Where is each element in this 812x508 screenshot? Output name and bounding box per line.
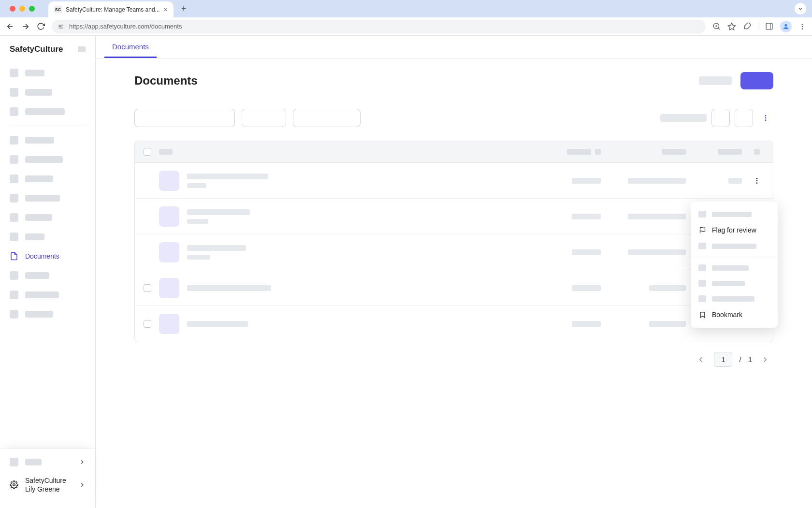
browser-chrome: SC SafetyCulture: Manage Teams and... × … [0,0,812,17]
menu-item[interactable] [691,260,778,276]
profile-avatar[interactable] [780,21,792,32]
table-row[interactable]: Flag for review Bookmark [135,163,773,199]
menu-item[interactable] [691,206,778,222]
row-actions-button[interactable] [750,177,764,185]
close-window-button[interactable] [10,6,15,12]
menu-item-flag-for-review[interactable]: Flag for review [691,222,778,238]
prev-page-button[interactable] [695,353,707,366]
total-pages: 1 [748,355,752,363]
svg-point-17 [765,115,767,116]
sidebar-collapse-button[interactable] [78,46,86,52]
view-toggle-button[interactable] [735,109,753,127]
sidebar-divider [10,126,86,126]
sidebar-item[interactable] [6,84,89,101]
svg-point-21 [756,180,758,181]
svg-point-12 [784,24,787,26]
svg-line-6 [718,28,720,29]
sidebar-item[interactable] [6,287,89,303]
document-name-cell [187,245,545,260]
tabs-bar: Documents [96,36,812,58]
sidebar-item[interactable] [6,190,89,206]
svg-marker-9 [728,23,736,29]
menu-item-bookmark[interactable]: Bookmark [691,306,778,323]
document-name-cell [187,174,545,188]
view-toggle-button[interactable] [711,109,730,127]
zoom-icon[interactable] [712,22,721,30]
divider [758,22,758,31]
menu-item[interactable] [691,238,778,254]
sidebar-item[interactable] [6,229,89,245]
side-panel-icon[interactable] [765,22,773,30]
table-row[interactable] [135,234,773,270]
extensions-icon[interactable] [743,22,751,30]
search-input[interactable] [134,109,235,127]
table-row[interactable] [135,270,773,306]
document-thumbnail [159,314,179,334]
svg-rect-3 [58,26,61,27]
app-container: SafetyCulture Documents [0,36,812,508]
sidebar-item[interactable] [6,171,89,187]
sidebar-item[interactable] [6,209,89,226]
svg-point-20 [756,178,758,179]
row-checkbox[interactable] [144,320,151,328]
close-tab-icon[interactable]: × [164,6,168,14]
app-name: SafetyCulture [10,44,63,54]
document-name-cell [187,209,545,224]
current-page-input[interactable]: 1 [714,352,732,367]
sidebar-item-documents[interactable]: Documents [6,248,89,264]
maximize-window-button[interactable] [29,6,35,12]
bookmark-icon [698,311,706,319]
tab-title: SafetyCulture: Manage Teams and... [66,6,160,13]
menu-item[interactable] [691,276,778,291]
back-button[interactable] [6,22,14,31]
svg-point-18 [765,117,767,119]
sidebar-item[interactable] [6,65,89,81]
svg-point-14 [802,26,803,27]
site-info-icon[interactable] [58,23,64,30]
sidebar-footer: SafetyCulture Lily Greene [0,449,95,508]
browser-tab[interactable]: SC SafetyCulture: Manage Teams and... × [48,1,174,18]
chrome-menu-icon[interactable] [798,23,806,30]
select-all-checkbox[interactable] [144,148,151,156]
sidebar-item[interactable] [6,267,89,284]
secondary-action-button[interactable] [699,76,732,85]
chevron-right-icon [79,481,86,488]
forward-button[interactable] [21,22,30,31]
svg-point-13 [802,24,803,25]
row-checkbox[interactable] [144,284,151,292]
filters-right [660,109,773,127]
footer-account-text: SafetyCulture Lily Greene [25,476,66,493]
new-tab-button[interactable]: + [177,4,190,14]
menu-divider [691,257,778,257]
browser-toolbar: https://app.safetyculture.com/documents [0,17,812,36]
sidebar-item[interactable] [6,151,89,168]
sidebar-item[interactable] [6,306,89,322]
column-header[interactable] [159,149,173,155]
next-page-button[interactable] [759,353,771,366]
filter-input[interactable] [242,109,286,127]
summary-text [660,114,707,122]
table-row[interactable] [135,199,773,234]
tab-documents[interactable]: Documents [104,36,157,58]
table-row[interactable] [135,306,773,342]
table-options-button[interactable] [758,110,773,126]
sidebar-item[interactable] [6,132,89,148]
address-bar[interactable]: https://app.safetyculture.com/documents [52,20,706,33]
main-content: Documents Documents [96,36,812,508]
page-header: Documents [134,72,773,89]
document-thumbnail [159,278,179,298]
documents-table: Flag for review Bookmark [134,141,773,342]
minimize-window-button[interactable] [19,6,25,12]
footer-item[interactable] [6,453,89,471]
header-actions [699,72,773,89]
tabs-dropdown-button[interactable] [795,3,806,15]
document-name-cell [187,285,545,291]
primary-action-button[interactable] [740,72,773,89]
gear-icon [10,480,18,489]
sidebar-item[interactable] [6,103,89,120]
bookmark-star-icon[interactable] [727,22,736,31]
reload-button[interactable] [37,22,45,30]
menu-item[interactable] [691,291,778,306]
filter-input[interactable] [293,109,361,127]
footer-item-account[interactable]: SafetyCulture Lily Greene [6,471,89,498]
